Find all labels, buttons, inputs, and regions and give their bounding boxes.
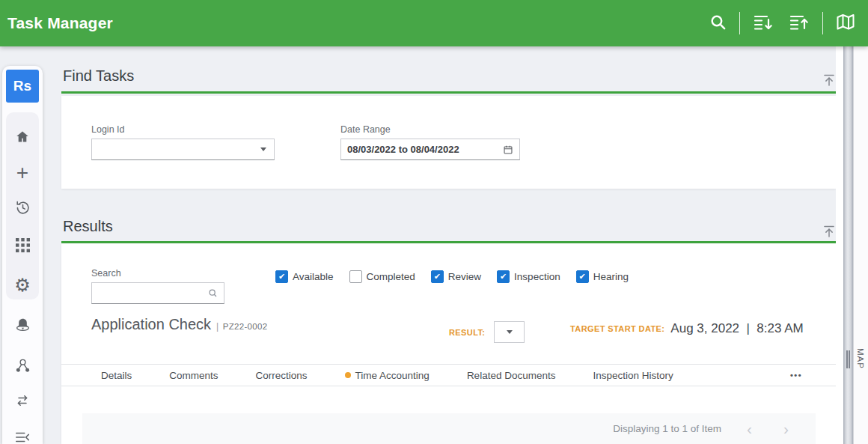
header-actions [707,11,858,36]
search-label: Search [91,268,121,279]
map-button[interactable] [834,11,858,35]
app-logo[interactable]: Rs [6,70,39,103]
filter-label: Available [293,271,334,282]
ellipsis-icon: ••• [790,371,802,380]
tab-label: Corrections [256,370,308,381]
tab-label: Comments [169,370,218,381]
result-label: RESULT: [449,328,485,337]
collapse-to-top-icon [823,78,835,89]
search-icon [208,288,218,298]
menu-collapse-icon [14,430,31,444]
plus-icon: + [16,162,28,183]
map-side-panel: MAP [853,46,868,444]
scrollbar-track[interactable] [836,46,843,444]
tab-related-documents[interactable]: Related Documents [467,370,556,381]
task-title-row[interactable]: Application Check| PZ22-0002 [91,316,267,333]
map-panel-label[interactable]: MAP [856,348,865,369]
sort-descending-button[interactable] [751,11,776,36]
task-name: Application Check [91,316,211,332]
history-icon [14,199,31,219]
sort-ascending-button[interactable] [786,11,812,36]
task-tabs: Details Comments Corrections Time Accoun… [61,364,836,386]
home-icon [14,129,31,148]
org-chart-icon [14,357,31,377]
filter-available[interactable]: Available [275,270,334,283]
header-divider [739,12,740,34]
checkbox-icon[interactable] [431,270,444,283]
sidebar-item-transfer[interactable] [7,389,37,414]
search-field[interactable] [91,282,224,304]
checkbox-icon[interactable] [576,270,589,283]
chevron-right-icon: › [783,420,789,437]
next-page-button[interactable]: › [777,421,795,437]
map-splitter-handle[interactable] [843,46,853,444]
tab-label: Time Accounting [355,370,430,381]
result-select[interactable] [494,321,525,343]
bell-icon [13,316,32,337]
checkbox-icon[interactable] [349,270,362,283]
sidebar-item-notifications[interactable] [7,314,37,339]
search-icon [709,13,727,34]
filter-hearing[interactable]: Hearing [576,270,629,283]
sidebar-item-add[interactable]: + [7,160,37,186]
tab-label: Inspection History [593,370,673,381]
more-tabs-button[interactable]: ••• [790,365,802,386]
filter-checkboxes: Available Completed Review Inspection He… [275,270,629,283]
date-range-input[interactable] [341,139,503,159]
filter-label: Review [448,271,481,282]
tab-label: Details [101,370,132,381]
filter-label: Completed [367,271,415,282]
filter-completed[interactable]: Completed [349,270,415,283]
sidebar-item-apps[interactable] [7,234,37,259]
tab-inspection-history[interactable]: Inspection History [593,370,673,381]
tab-corrections[interactable]: Corrections [256,370,308,381]
sidebar-item-collapse-menu[interactable] [7,425,37,444]
header-divider [822,12,823,34]
sidebar-item-history[interactable] [7,196,37,222]
collapse-results-button[interactable] [822,224,837,242]
results-title: Results [63,218,113,235]
app-header: Task Manager [0,0,868,46]
sidebar-item-assignments[interactable] [7,354,37,380]
find-tasks-title: Find Tasks [63,67,134,85]
tab-time-accounting[interactable]: Time Accounting [345,370,430,381]
search-button[interactable] [707,11,729,35]
tab-details[interactable]: Details [101,370,132,381]
splitter-grip-icon [846,350,850,368]
login-id-input[interactable] [92,139,260,159]
search-input[interactable] [92,283,208,303]
sidebar-item-settings[interactable]: ⚙ [7,273,37,298]
pagination-bar: Displaying 1 to 1 of Item ‹ › [82,413,816,444]
map-icon [835,13,856,34]
sidebar-item-home[interactable] [7,125,37,150]
sidebar: Rs + ⚙ [2,66,43,444]
gear-icon: ⚙ [14,276,31,294]
filter-label: Hearing [593,271,629,282]
app-window: Task Manager [0,0,868,444]
tab-label: Related Documents [467,370,556,381]
chevron-down-icon [507,330,513,334]
orange-dot-icon [345,372,351,378]
app-title: Task Manager [7,14,113,32]
sort-ascending-icon [788,13,810,34]
filter-review[interactable]: Review [431,270,481,283]
task-id-separator: | [216,321,218,332]
sort-descending-icon [752,13,774,34]
find-tasks-panel: Login Id Date Range [61,96,836,189]
login-id-select[interactable] [91,139,275,160]
target-start-value: Aug 3, 2022 | 8:23 AM [670,321,803,336]
tab-comments[interactable]: Comments [169,370,218,381]
date-range-field[interactable] [340,139,520,160]
target-start-label: TARGET START DATE: [570,324,664,333]
checkbox-icon[interactable] [275,270,288,283]
target-start-group: TARGET START DATE: Aug 3, 2022 | 8:23 AM [570,321,804,336]
collapse-find-tasks-button[interactable] [822,73,837,91]
previous-page-button[interactable]: ‹ [741,421,758,437]
filter-inspection[interactable]: Inspection [497,270,560,283]
date-range-label: Date Range [340,124,391,135]
result-group: RESULT: [449,321,525,343]
grid-icon [16,238,30,255]
collapse-to-top-icon [823,229,835,240]
calendar-icon [503,145,513,155]
checkbox-icon[interactable] [497,270,510,283]
